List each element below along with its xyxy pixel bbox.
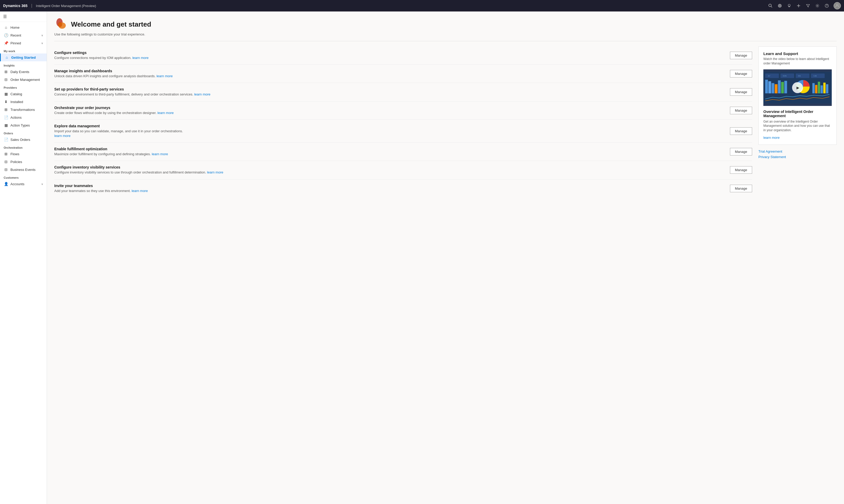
configure-settings-learn-more[interactable]: learn more bbox=[132, 56, 148, 60]
app-name: Intelligent Order Management (Preview) bbox=[36, 4, 766, 8]
sidebar-item-order-management[interactable]: ⊟ Order Management bbox=[0, 76, 47, 84]
learn-support-panel: Learn and Support Watch the video below … bbox=[758, 47, 837, 159]
svg-point-10 bbox=[817, 5, 818, 6]
task-desc-fulfillment: Maximize order fulfillment by configurin… bbox=[54, 152, 726, 157]
sidebar-item-home[interactable]: ⌂ Home bbox=[0, 23, 47, 31]
invite-learn-more[interactable]: learn more bbox=[131, 189, 148, 193]
sidebar-item-recent[interactable]: 🕐 Recent ∨ bbox=[0, 31, 47, 39]
main-layout: ☰ ⌂ Home 🕐 Recent ∨ 📌 Pinned ∨ My work ⌂ bbox=[0, 12, 844, 504]
welcome-subtitle: Use the following settings to customize … bbox=[54, 32, 837, 36]
help-icon[interactable] bbox=[824, 3, 829, 8]
sidebar-label-sales-orders: Sales Orders bbox=[11, 138, 43, 142]
brand-name: Dynamics 365 bbox=[3, 4, 28, 8]
video-overview-subtitle: Get an overview of the Intelligent Order… bbox=[763, 120, 832, 132]
svg-rect-35 bbox=[815, 85, 817, 93]
task-title-configure-settings: Configure settings bbox=[54, 51, 726, 55]
sidebar-nav: ⌂ Home 🕐 Recent ∨ 📌 Pinned ∨ My work ⌂ G… bbox=[0, 22, 47, 504]
svg-rect-18 bbox=[765, 73, 779, 78]
filter-icon[interactable] bbox=[805, 3, 811, 8]
learn-support-subtitle: Watch the video below to learn about Int… bbox=[763, 57, 832, 66]
task-desc-manage-insights: Unlock data driven KPI insights and conf… bbox=[54, 74, 726, 78]
task-explore-data: Explore data management Import your data… bbox=[54, 120, 752, 143]
sidebar-item-installed[interactable]: ⬇ Installed bbox=[0, 98, 47, 106]
svg-rect-34 bbox=[812, 83, 815, 93]
sidebar-label-recent: Recent bbox=[11, 33, 39, 37]
section-insights: Insights bbox=[0, 61, 47, 68]
task-text-inventory: Configure inventory visibility services … bbox=[54, 165, 726, 175]
sidebar-label-getting-started: Getting Started bbox=[11, 56, 43, 59]
lightbulb-icon[interactable] bbox=[787, 3, 792, 8]
video-learn-more-link[interactable]: learn more bbox=[763, 136, 779, 140]
settings-icon[interactable] bbox=[815, 3, 820, 8]
search-icon[interactable] bbox=[768, 3, 773, 8]
manage-orchestrate-button[interactable]: Manage bbox=[730, 107, 752, 114]
svg-rect-29 bbox=[775, 84, 777, 93]
pinned-chevron-icon: ∨ bbox=[41, 42, 43, 44]
task-title-fulfillment: Enable fulfillment optimization bbox=[54, 147, 726, 151]
home-icon: ⌂ bbox=[4, 25, 8, 30]
user-avatar[interactable] bbox=[833, 2, 841, 10]
sidebar-label-order-management: Order Management bbox=[11, 78, 43, 82]
sidebar-label-catalog: Catalog bbox=[11, 92, 43, 96]
sidebar-item-actions[interactable]: 📄 Actions bbox=[0, 113, 47, 121]
sidebar-item-flows[interactable]: ⊞ Flows bbox=[0, 150, 47, 158]
svg-rect-28 bbox=[771, 83, 774, 93]
brand-divider: | bbox=[31, 3, 32, 8]
sidebar-item-policies[interactable]: ⊟ Policies bbox=[0, 158, 47, 166]
section-orders: Orders bbox=[0, 129, 47, 136]
video-thumbnail[interactable]: 217 34.8% 91% 4.2M bbox=[763, 69, 832, 106]
sidebar-item-sales-orders[interactable]: 📄 Sales Orders bbox=[0, 136, 47, 143]
sidebar-item-transformations[interactable]: ⊞ Transformations bbox=[0, 106, 47, 113]
privacy-statement-link[interactable]: Privacy Statement bbox=[758, 155, 837, 159]
manage-insights-learn-more[interactable]: learn more bbox=[157, 74, 173, 78]
task-orchestrate-journeys: Orchestrate your order journeys Create o… bbox=[54, 102, 752, 120]
sidebar-item-getting-started[interactable]: ⌂ Getting Started bbox=[0, 53, 47, 61]
task-desc-configure-settings: Configure connections required by IOM ap… bbox=[54, 56, 726, 60]
task-fulfillment: Enable fulfillment optimization Maximize… bbox=[54, 143, 752, 161]
sidebar-item-business-events[interactable]: ⊟ Business Events bbox=[0, 166, 47, 174]
sidebar-item-action-types[interactable]: ▦ Action Types bbox=[0, 121, 47, 129]
svg-rect-37 bbox=[821, 85, 823, 93]
svg-line-1 bbox=[771, 6, 772, 7]
inventory-learn-more[interactable]: learn more bbox=[207, 170, 223, 174]
sidebar-item-daily-events[interactable]: ⊞ Daily Events bbox=[0, 68, 47, 76]
trial-agreement-link[interactable]: Trial Agreement bbox=[758, 149, 837, 154]
task-title-invite: Invite your teammates bbox=[54, 184, 726, 188]
task-setup-providers: Set up providers for third-party service… bbox=[54, 83, 752, 101]
manage-inventory-button[interactable]: Manage bbox=[730, 166, 752, 174]
section-my-work: My work bbox=[0, 47, 47, 53]
manage-fulfillment-button[interactable]: Manage bbox=[730, 148, 752, 156]
video-play-button[interactable]: ▶ bbox=[792, 82, 803, 93]
manage-insights-button[interactable]: Manage bbox=[730, 70, 752, 77]
add-icon[interactable] bbox=[796, 3, 801, 8]
task-desc-inventory: Configure inventory visibility services … bbox=[54, 170, 726, 175]
business-events-icon: ⊟ bbox=[4, 167, 8, 172]
fulfillment-learn-more[interactable]: learn more bbox=[152, 152, 168, 156]
video-overview-title: Overview of Intelligent Order Management bbox=[763, 110, 832, 118]
sidebar: ☰ ⌂ Home 🕐 Recent ∨ 📌 Pinned ∨ My work ⌂ bbox=[0, 12, 47, 504]
catalog-icon: ▦ bbox=[4, 92, 8, 96]
manage-data-button[interactable]: Manage bbox=[730, 127, 752, 135]
actions-icon: 📄 bbox=[4, 115, 8, 120]
sidebar-item-pinned[interactable]: 📌 Pinned ∨ bbox=[0, 39, 47, 47]
manage-invite-button[interactable]: Manage bbox=[730, 185, 752, 192]
orchestrate-journeys-learn-more[interactable]: learn more bbox=[157, 111, 174, 115]
task-title-inventory: Configure inventory visibility services bbox=[54, 165, 726, 169]
task-desc-explore-data: Import your data so you can validate, ma… bbox=[54, 129, 726, 138]
explore-data-learn-more[interactable]: learn more bbox=[54, 134, 70, 138]
manage-providers-button[interactable]: Manage bbox=[730, 88, 752, 96]
order-management-icon: ⊟ bbox=[4, 77, 8, 82]
svg-point-0 bbox=[769, 4, 771, 7]
sales-orders-icon: 📄 bbox=[4, 138, 8, 142]
manage-configure-settings-button[interactable]: Manage bbox=[730, 52, 752, 59]
goals-icon[interactable] bbox=[777, 3, 783, 8]
sidebar-item-accounts[interactable]: 👤 Accounts ∨ bbox=[0, 180, 47, 188]
task-text-configure-settings: Configure settings Configure connections… bbox=[54, 51, 726, 60]
hamburger-icon[interactable]: ☰ bbox=[3, 14, 7, 19]
sidebar-label-daily-events: Daily Events bbox=[11, 70, 43, 74]
sidebar-label-action-types: Action Types bbox=[11, 123, 43, 127]
policies-icon: ⊟ bbox=[4, 160, 8, 164]
svg-point-12 bbox=[827, 6, 827, 7]
sidebar-item-catalog[interactable]: ▦ Catalog bbox=[0, 90, 47, 98]
setup-providers-learn-more[interactable]: learn more bbox=[194, 92, 210, 96]
